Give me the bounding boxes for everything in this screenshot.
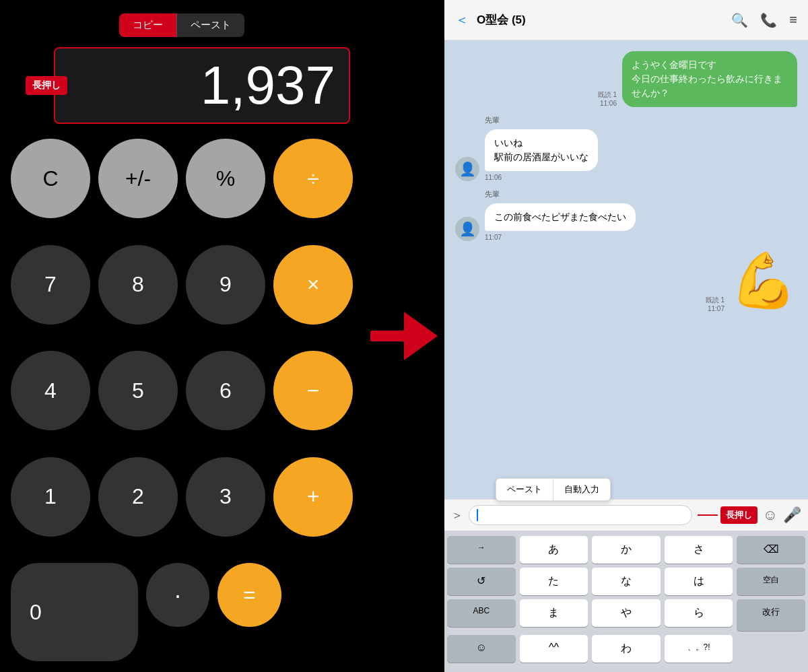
kb-punct[interactable]: 、。?!	[665, 635, 733, 663]
voice-icon[interactable]: 🎤	[783, 506, 801, 524]
btn-5[interactable]: 5	[98, 351, 178, 430]
kb-ya[interactable]: や	[592, 599, 661, 627]
paste-toolbar-paste[interactable]: ペースト	[496, 479, 553, 500]
copy-menu-item[interactable]: コピー	[119, 13, 176, 37]
calc-row-2: 7 8 9 ×	[11, 245, 353, 343]
kb-ma[interactable]: ま	[520, 599, 588, 627]
long-press-label-calc: 長押し	[26, 76, 67, 95]
emoji-icon[interactable]: ☺	[763, 506, 778, 524]
msg-meta-1: 既読 111:06	[598, 90, 617, 107]
calculator-buttons: C +/- % ÷ 7 8 9 × 4 5 6 − 1 2 3 + 0 ·	[0, 131, 364, 672]
msg-meta-4: 既読 111:07	[706, 296, 725, 312]
kb-row-1: → あ か さ ⌫	[447, 536, 805, 564]
message-3: 👤 先輩 この前食べたピザまた食べたい 11:07	[455, 189, 797, 241]
calc-row-5: 0 · =	[11, 563, 353, 661]
message-1: 既読 111:06 ようやく金曜日です今日の仕事終わったら飲みに行きませんか？	[455, 51, 797, 107]
context-menu: コピー ペースト	[119, 13, 244, 37]
long-press-indicator: 長押し	[698, 506, 758, 524]
kb-return[interactable]: 改行	[737, 599, 805, 631]
btn-8[interactable]: 8	[98, 245, 178, 325]
btn-equals[interactable]: =	[217, 563, 281, 626]
btn-6[interactable]: 6	[186, 351, 265, 430]
sender-name-3: 先輩	[485, 189, 636, 199]
btn-plusminus[interactable]: +/-	[98, 139, 178, 218]
btn-multiply[interactable]: ×	[273, 245, 353, 325]
btn-plus[interactable]: +	[273, 457, 353, 537]
btn-1[interactable]: 1	[11, 457, 90, 537]
back-button[interactable]: ＜	[455, 11, 469, 29]
search-icon[interactable]: 🔍	[731, 12, 748, 28]
kb-a[interactable]: あ	[520, 536, 588, 564]
btn-divide[interactable]: ÷	[273, 139, 353, 218]
chat-panel: ＜ O型会 (5) 🔍 📞 ≡ 既読 111:06 ようやく金曜日です今日の仕事…	[444, 0, 808, 672]
paste-toolbar: ペースト 自動入力	[496, 478, 611, 501]
kb-space[interactable]: 空白	[737, 568, 805, 595]
chat-title: O型会 (5)	[477, 12, 723, 28]
calculator-panel: コピー ペースト 長押し 1,937 C +/- % ÷ 7 8 9 ×	[0, 0, 364, 672]
kb-ta[interactable]: た	[520, 568, 588, 595]
kb-na[interactable]: な	[592, 568, 661, 595]
calc-row-3: 4 5 6 −	[11, 351, 353, 449]
paste-menu-item[interactable]: ペースト	[177, 13, 244, 37]
message-input[interactable]	[469, 505, 692, 525]
kb-row-3: ABC ま や ら 改行	[447, 599, 805, 631]
btn-2[interactable]: 2	[98, 457, 178, 537]
msg-content-3: 先輩 この前食べたピザまた食べたい 11:07	[485, 189, 636, 241]
arrow-divider	[364, 0, 444, 672]
kb-ha[interactable]: は	[665, 568, 733, 595]
input-bar: ＞ ペースト 自動入力 長押し ☺ 🎤	[444, 500, 808, 531]
chat-messages: 既読 111:06 ようやく金曜日です今日の仕事終わったら飲みに行きませんか？ …	[444, 40, 808, 499]
bubble-1: ようやく金曜日です今日の仕事終わったら飲みに行きませんか？	[622, 51, 797, 107]
msg-content-2: 先輩 いいね駅前の居酒屋がいいな 11:06	[485, 115, 598, 181]
input-field-container: ペースト 自動入力	[469, 505, 692, 525]
keyboard: → あ か さ ⌫ ↺ た な は 空白 ABC ま や ら 改行	[444, 531, 808, 672]
phone-icon[interactable]: 📞	[760, 12, 777, 28]
avatar-3: 👤	[455, 217, 479, 241]
chat-header: ＜ O型会 (5) 🔍 📞 ≡	[444, 0, 808, 40]
btn-9[interactable]: 9	[186, 245, 265, 325]
menu-icon[interactable]: ≡	[789, 12, 797, 28]
avatar-2: 👤	[455, 157, 479, 181]
sender-name-2: 先輩	[485, 115, 598, 125]
calculator-display: 1,937	[69, 59, 335, 112]
calculator-display-area: コピー ペースト 長押し 1,937	[0, 0, 364, 131]
bubble-3: この前食べたピザまた食べたい	[485, 203, 636, 231]
kb-delete[interactable]: ⌫	[737, 536, 805, 564]
message-4: 既読 111:07 💪	[455, 249, 797, 312]
calc-row-4: 1 2 3 +	[11, 457, 353, 556]
chat-input-area: ＞ ペースト 自動入力 長押し ☺ 🎤 → あ	[444, 499, 808, 672]
long-press-label-chat: 長押し	[720, 506, 758, 524]
cursor	[477, 509, 478, 521]
kb-row-4: ☺ ^^ わ 、。?!	[447, 635, 805, 663]
kb-caret[interactable]: ^^	[520, 635, 588, 663]
header-icons: 🔍 📞 ≡	[731, 12, 797, 28]
paste-toolbar-auto[interactable]: 自動入力	[553, 479, 610, 500]
expand-icon[interactable]: ＞	[451, 507, 463, 523]
calc-row-1: C +/- % ÷	[11, 139, 353, 237]
message-2: 👤 先輩 いいね駅前の居酒屋がいいな 11:06	[455, 115, 797, 181]
kb-wa[interactable]: わ	[592, 635, 661, 663]
kb-emoji[interactable]: ☺	[447, 635, 516, 663]
kb-abc[interactable]: ABC	[447, 599, 516, 627]
kb-ka[interactable]: か	[592, 536, 661, 564]
btn-clear[interactable]: C	[11, 139, 90, 218]
kb-sa[interactable]: さ	[665, 536, 733, 564]
btn-3[interactable]: 3	[186, 457, 265, 537]
btn-percent[interactable]: %	[186, 139, 265, 218]
bubble-2: いいね駅前の居酒屋がいいな	[485, 129, 598, 171]
btn-minus[interactable]: −	[273, 351, 353, 430]
kb-row-2: ↺ た な は 空白	[447, 568, 805, 595]
sticker-4: 💪	[730, 249, 797, 312]
kb-arrow[interactable]: →	[447, 536, 516, 564]
kb-ra[interactable]: ら	[665, 599, 733, 627]
btn-dot[interactable]: ·	[146, 563, 209, 626]
btn-7[interactable]: 7	[11, 245, 90, 325]
btn-0[interactable]: 0	[11, 563, 138, 661]
btn-4[interactable]: 4	[11, 351, 90, 430]
kb-undo[interactable]: ↺	[447, 568, 516, 595]
